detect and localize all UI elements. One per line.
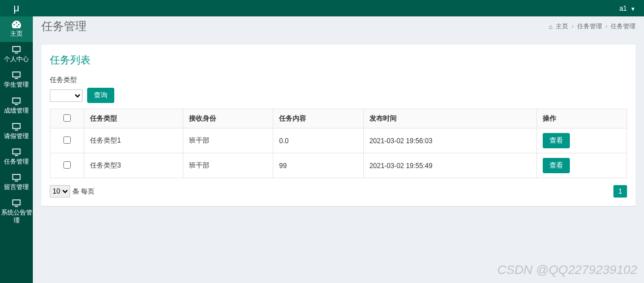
panel: 任务列表 任务类型 查询 任务类型 接收身份 任务内容 发布时间 操作 bbox=[41, 45, 636, 206]
user-menu[interactable]: a1 ▼ bbox=[619, 5, 636, 12]
search-button[interactable]: 查询 bbox=[87, 88, 114, 103]
page-size: 10 条 每页 bbox=[50, 185, 95, 198]
sidebar-item-home[interactable]: 主页 bbox=[0, 16, 33, 42]
monitor-icon bbox=[11, 97, 22, 106]
cell-content: 0.0 bbox=[273, 128, 363, 153]
chevron-right-icon: › bbox=[572, 23, 573, 29]
pagination: 1 bbox=[613, 185, 627, 198]
monitor-icon bbox=[11, 45, 22, 54]
monitor-icon bbox=[11, 199, 22, 208]
filter-row: 任务类型 查询 bbox=[50, 75, 627, 103]
cell-time: 2021-03-02 19:56:03 bbox=[363, 128, 536, 153]
sidebar-item-label: 个人中心 bbox=[4, 55, 29, 63]
cell-action: 查看 bbox=[536, 153, 626, 178]
cell-action: 查看 bbox=[536, 128, 626, 153]
breadcrumb: ⌂ 主页 › 任务管理 › 任务管理 bbox=[549, 22, 636, 31]
monitor-icon bbox=[11, 148, 22, 157]
monitor-icon bbox=[11, 122, 22, 131]
sidebar-item-label: 学生管理 bbox=[4, 81, 29, 88]
column-checkbox bbox=[50, 109, 84, 128]
sidebar-item-messages[interactable]: 留言管理 bbox=[0, 170, 33, 195]
topbar: a1 ▼ bbox=[33, 0, 644, 16]
cell-role: 班干部 bbox=[183, 128, 273, 153]
sidebar-item-tasks[interactable]: 任务管理 bbox=[0, 144, 33, 170]
select-all-checkbox[interactable] bbox=[63, 114, 71, 122]
page-size-suffix: 条 每页 bbox=[72, 187, 95, 196]
chevron-right-icon: › bbox=[606, 23, 607, 29]
content-header: 任务管理 ⌂ 主页 › 任务管理 › 任务管理 bbox=[33, 16, 644, 36]
table-row: 任务类型3 班干部 99 2021-03-02 19:55:49 查看 bbox=[50, 153, 627, 178]
sidebar-item-students[interactable]: 学生管理 bbox=[0, 67, 33, 93]
monitor-icon bbox=[11, 173, 22, 182]
view-button[interactable]: 查看 bbox=[543, 158, 570, 173]
dashboard-icon bbox=[11, 20, 22, 29]
sidebar-item-label: 留言管理 bbox=[4, 183, 29, 191]
sidebar-item-label: 主页 bbox=[10, 30, 23, 37]
user-name: a1 bbox=[619, 5, 626, 12]
column-type: 任务类型 bbox=[84, 109, 183, 128]
breadcrumb-mid[interactable]: 任务管理 bbox=[577, 22, 602, 31]
breadcrumb-current: 任务管理 bbox=[611, 22, 636, 31]
column-action: 操作 bbox=[536, 109, 626, 128]
sidebar-item-profile[interactable]: 个人中心 bbox=[0, 42, 33, 67]
sidebar-item-leave[interactable]: 请假管理 bbox=[0, 119, 33, 144]
sidebar-item-grades[interactable]: 成绩管理 bbox=[0, 93, 33, 119]
column-role: 接收身份 bbox=[183, 109, 273, 128]
sidebar-item-label: 请假管理 bbox=[4, 132, 29, 140]
filter-type-select[interactable] bbox=[50, 89, 83, 102]
cell-content: 99 bbox=[273, 153, 363, 178]
pagination-row: 10 条 每页 1 bbox=[50, 185, 627, 198]
sidebar-item-announcements[interactable]: 系统公告管理 bbox=[0, 195, 33, 228]
page-button-1[interactable]: 1 bbox=[613, 185, 627, 198]
monitor-icon bbox=[11, 71, 22, 80]
task-table: 任务类型 接收身份 任务内容 发布时间 操作 任务类型1 班干部 0.0 202… bbox=[50, 109, 627, 178]
column-content: 任务内容 bbox=[273, 109, 363, 128]
sidebar-item-label: 任务管理 bbox=[4, 158, 29, 165]
page-size-select[interactable]: 10 bbox=[50, 185, 70, 198]
table-row: 任务类型1 班干部 0.0 2021-03-02 19:56:03 查看 bbox=[50, 128, 627, 153]
filter-label: 任务类型 bbox=[50, 75, 627, 85]
sidebar: μ 主页 个人中心 学生管理 成绩管理 请假管理 任务管理 留言管理 系统公告管… bbox=[0, 0, 33, 283]
cell-time: 2021-03-02 19:55:49 bbox=[363, 153, 536, 178]
view-button[interactable]: 查看 bbox=[543, 133, 570, 148]
sidebar-item-label: 成绩管理 bbox=[4, 107, 29, 114]
cell-role: 班干部 bbox=[183, 153, 273, 178]
sidebar-item-label: 系统公告管理 bbox=[0, 209, 33, 224]
page-title: 任务管理 bbox=[41, 19, 87, 34]
chevron-down-icon: ▼ bbox=[630, 6, 636, 12]
breadcrumb-home[interactable]: 主页 bbox=[556, 22, 568, 31]
panel-title: 任务列表 bbox=[50, 53, 627, 67]
column-time: 发布时间 bbox=[363, 109, 536, 128]
row-checkbox[interactable] bbox=[63, 161, 71, 169]
home-icon: ⌂ bbox=[549, 23, 553, 30]
content: 任务列表 任务类型 查询 任务类型 接收身份 任务内容 发布时间 操作 bbox=[33, 36, 644, 283]
cell-type: 任务类型3 bbox=[84, 153, 183, 178]
cell-type: 任务类型1 bbox=[84, 128, 183, 153]
logo: μ bbox=[0, 0, 33, 16]
row-checkbox[interactable] bbox=[63, 136, 71, 144]
